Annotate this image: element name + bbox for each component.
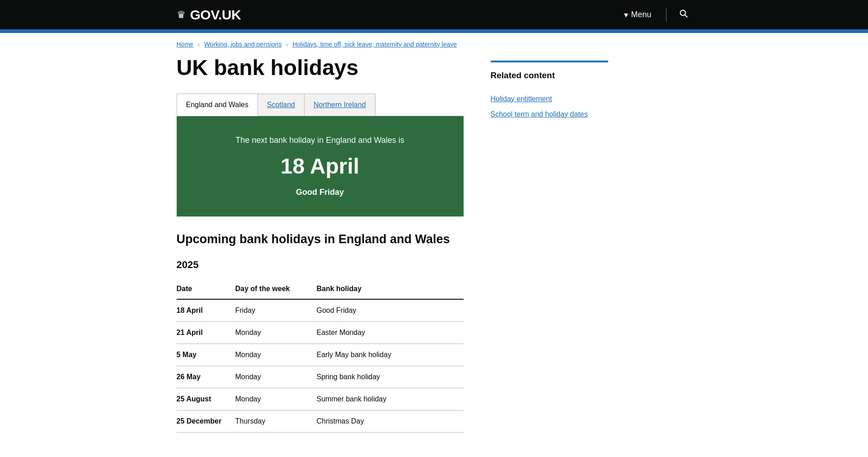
header-nav: ▾ Menu xyxy=(619,5,691,24)
tab-northern-ireland[interactable]: Northern Ireland xyxy=(304,94,375,116)
gov-logo-text: GOV.UK xyxy=(190,5,241,25)
col-date: Date xyxy=(177,279,235,299)
breadcrumb-sep-2: › xyxy=(286,42,288,48)
cell-holiday-name: Early May bank holiday xyxy=(317,344,464,366)
cell-date: 21 April xyxy=(177,322,235,344)
next-holiday-date: 18 April xyxy=(190,150,450,183)
holidays-table: Date Day of the week Bank holiday 18 Apr… xyxy=(177,279,464,433)
cell-holiday-name: Summer bank holiday xyxy=(317,388,464,410)
upcoming-title: Upcoming bank holidays in England and Wa… xyxy=(177,230,464,249)
cell-date: 5 May xyxy=(177,344,235,366)
tab-scotland[interactable]: Scotland xyxy=(258,94,305,116)
cell-date: 18 April xyxy=(177,299,235,322)
col-holiday: Bank holiday xyxy=(317,279,464,299)
cell-holiday-name: Christmas Day xyxy=(317,410,464,433)
col-day: Day of the week xyxy=(235,279,317,299)
breadcrumb: Home › Working, jobs and pensions › Holi… xyxy=(177,33,692,56)
next-holiday-intro: The next bank holiday in England and Wal… xyxy=(190,134,450,146)
menu-chevron-icon: ▾ xyxy=(624,10,628,20)
cell-date: 25 August xyxy=(177,388,235,410)
main-content: UK bank holidays England and Wales Scotl… xyxy=(177,56,464,433)
breadcrumb-sep-1: › xyxy=(198,42,200,48)
menu-label: Menu xyxy=(631,10,651,19)
cell-day: Monday xyxy=(235,344,317,366)
table-row: 21 April Monday Easter Monday xyxy=(177,322,464,344)
year-heading: 2025 xyxy=(177,257,464,272)
svg-line-1 xyxy=(685,15,687,17)
related-link-holiday-entitlement[interactable]: Holiday entitlement xyxy=(491,94,608,104)
cell-date: 26 May xyxy=(177,366,235,388)
cell-day: Monday xyxy=(235,388,317,410)
cell-day: Friday xyxy=(235,299,317,322)
cell-holiday-name: Easter Monday xyxy=(317,322,464,344)
cell-day: Monday xyxy=(235,322,317,344)
table-row: 25 December Thursday Christmas Day xyxy=(177,410,464,433)
breadcrumb-working[interactable]: Working, jobs and pensions xyxy=(204,41,282,48)
table-row: 5 May Monday Early May bank holiday xyxy=(177,344,464,366)
cell-day: Thursday xyxy=(235,410,317,433)
search-icon xyxy=(679,9,688,18)
gov-uk-logo[interactable]: ♛ GOV.UK xyxy=(177,5,241,25)
tab-england-wales[interactable]: England and Wales xyxy=(177,94,258,116)
table-row: 26 May Monday Spring bank holiday xyxy=(177,366,464,388)
table-row: 18 April Friday Good Friday xyxy=(177,299,464,322)
tabs-container: England and Wales Scotland Northern Irel… xyxy=(177,94,464,116)
svg-point-0 xyxy=(680,10,685,16)
cell-holiday-name: Good Friday xyxy=(317,299,464,322)
related-link-school-term[interactable]: School term and holiday dates xyxy=(491,109,608,120)
site-header: ♛ GOV.UK ▾ Menu xyxy=(0,0,868,29)
page-title: UK bank holidays xyxy=(177,56,464,80)
crown-icon: ♛ xyxy=(177,7,186,22)
breadcrumb-home[interactable]: Home xyxy=(177,41,193,48)
blue-bar xyxy=(0,29,868,33)
related-content-title: Related content xyxy=(491,61,608,87)
next-holiday-name: Good Friday xyxy=(190,186,450,198)
next-holiday-banner: The next bank holiday in England and Wal… xyxy=(177,116,464,217)
cell-day: Monday xyxy=(235,366,317,388)
search-button[interactable] xyxy=(676,5,692,24)
menu-button[interactable]: ▾ Menu xyxy=(619,6,657,24)
cell-date: 25 December xyxy=(177,410,235,433)
header-divider xyxy=(666,8,666,22)
table-row: 25 August Monday Summer bank holiday xyxy=(177,388,464,410)
breadcrumb-holidays[interactable]: Holidays, time off, sick leave, maternit… xyxy=(292,41,457,48)
cell-holiday-name: Spring bank holiday xyxy=(317,366,464,388)
sidebar: Related content Holiday entitlement Scho… xyxy=(491,56,608,433)
